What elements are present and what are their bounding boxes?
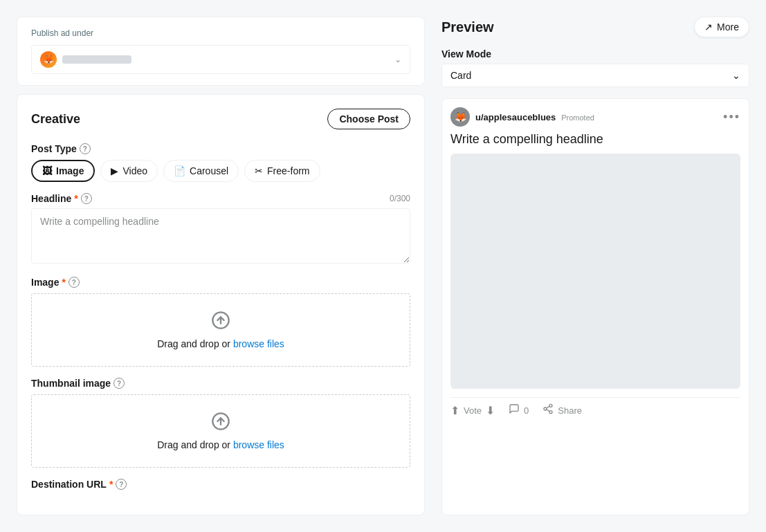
creative-section: Creative Choose Post Post Type ? 🖼 Image… bbox=[17, 94, 425, 515]
headline-field-row: Headline * ? 0/300 bbox=[31, 193, 410, 204]
thumbnail-upload-icon bbox=[48, 412, 393, 435]
post-type-help-icon[interactable]: ? bbox=[80, 143, 91, 154]
image-help-icon[interactable]: ? bbox=[69, 277, 80, 288]
image-upload-area[interactable]: Drag and drop or browse files bbox=[31, 293, 410, 367]
expand-icon: ↗ bbox=[704, 21, 713, 33]
post-type-group: 🖼 Image ▶ Video 📄 Carousel ✂ Free-form bbox=[31, 160, 410, 182]
thumbnail-upload-text: Drag and drop or browse files bbox=[48, 439, 393, 450]
publish-section: Publish ad under 🦊 ⌄ bbox=[17, 17, 425, 86]
preview-header: Preview ↗ More bbox=[441, 17, 749, 37]
svg-line-8 bbox=[547, 406, 550, 408]
view-mode-section: View Mode Card ⌄ bbox=[441, 48, 749, 87]
view-mode-select[interactable]: Card ⌄ bbox=[441, 64, 749, 87]
destination-url-required: * bbox=[109, 479, 113, 490]
image-browse-link[interactable]: browse files bbox=[233, 338, 284, 349]
headline-label: Headline * ? bbox=[31, 193, 92, 204]
headline-help-icon[interactable]: ? bbox=[81, 193, 92, 204]
post-avatar: 🦊 bbox=[450, 107, 470, 127]
post-type-image-button[interactable]: 🖼 Image bbox=[31, 160, 95, 182]
destination-url-help-icon[interactable]: ? bbox=[116, 479, 127, 490]
post-username-block: u/applesauceblues Promoted bbox=[475, 111, 594, 122]
video-icon: ▶ bbox=[111, 165, 118, 176]
destination-url-label: Destination URL * ? bbox=[31, 479, 410, 490]
avatar: 🦊 bbox=[40, 51, 57, 68]
post-type-freeform-button[interactable]: ✂ Free-form bbox=[244, 160, 320, 182]
svg-line-7 bbox=[547, 410, 550, 412]
image-required-indicator: * bbox=[62, 277, 65, 288]
view-mode-chevron-icon: ⌄ bbox=[732, 70, 740, 81]
image-icon: 🖼 bbox=[42, 165, 52, 176]
post-username: u/applesauceblues bbox=[475, 112, 556, 122]
view-mode-label: View Mode bbox=[441, 48, 749, 59]
share-action[interactable]: Share bbox=[542, 403, 582, 417]
right-panel: Preview ↗ More View Mode Card ⌄ 🦊 u/appl… bbox=[441, 17, 749, 515]
carousel-icon: 📄 bbox=[174, 165, 185, 176]
post-type-video-button[interactable]: ▶ Video bbox=[100, 160, 158, 182]
account-name bbox=[62, 55, 131, 64]
thumbnail-browse-link[interactable]: browse files bbox=[233, 439, 284, 450]
image-upload-text: Drag and drop or browse files bbox=[48, 338, 393, 349]
post-type-carousel-button[interactable]: 📄 Carousel bbox=[163, 160, 239, 182]
image-label: Image * ? bbox=[31, 277, 410, 288]
post-header: 🦊 u/applesauceblues Promoted ••• bbox=[450, 107, 740, 127]
publish-label: Publish ad under bbox=[31, 28, 410, 38]
post-type-label: Post Type ? bbox=[31, 143, 410, 154]
post-more-icon[interactable]: ••• bbox=[723, 110, 740, 125]
thumbnail-upload-area[interactable]: Drag and drop or browse files bbox=[31, 394, 410, 468]
vote-action[interactable]: ⬆ Vote ⬇ bbox=[450, 404, 495, 417]
char-count: 0/300 bbox=[390, 194, 410, 203]
share-icon bbox=[542, 403, 554, 417]
comment-action[interactable]: 0 bbox=[509, 403, 529, 417]
required-indicator: * bbox=[74, 193, 77, 204]
thumbnail-help-icon[interactable]: ? bbox=[113, 378, 125, 389]
preview-title: Preview bbox=[441, 19, 494, 35]
post-headline-preview: Write a compelling headline bbox=[450, 132, 740, 147]
post-image-placeholder bbox=[450, 154, 740, 389]
preview-card: 🦊 u/applesauceblues Promoted ••• Write a… bbox=[441, 98, 749, 515]
comment-icon bbox=[509, 403, 520, 417]
thumbnail-label: Thumbnail image ? bbox=[31, 378, 410, 389]
upload-icon bbox=[48, 311, 393, 334]
chevron-down-icon: ⌄ bbox=[394, 55, 401, 64]
headline-textarea[interactable] bbox=[31, 208, 410, 264]
promoted-badge: Promoted bbox=[561, 113, 594, 122]
left-panel: Publish ad under 🦊 ⌄ Creative Choose Pos… bbox=[17, 17, 425, 515]
post-actions: ⬆ Vote ⬇ 0 bbox=[450, 397, 740, 417]
vote-up-icon: ⬆ bbox=[450, 404, 459, 417]
more-button[interactable]: ↗ More bbox=[694, 17, 749, 37]
creative-title: Creative bbox=[31, 112, 80, 127]
freeform-icon: ✂ bbox=[255, 165, 263, 176]
choose-post-button[interactable]: Choose Post bbox=[327, 109, 410, 129]
account-select-dropdown[interactable]: 🦊 ⌄ bbox=[31, 45, 410, 74]
post-user-info: 🦊 u/applesauceblues Promoted bbox=[450, 107, 594, 127]
creative-section-header: Creative Choose Post bbox=[31, 109, 410, 129]
account-select-left: 🦊 bbox=[40, 51, 131, 68]
vote-down-icon: ⬇ bbox=[486, 404, 495, 417]
